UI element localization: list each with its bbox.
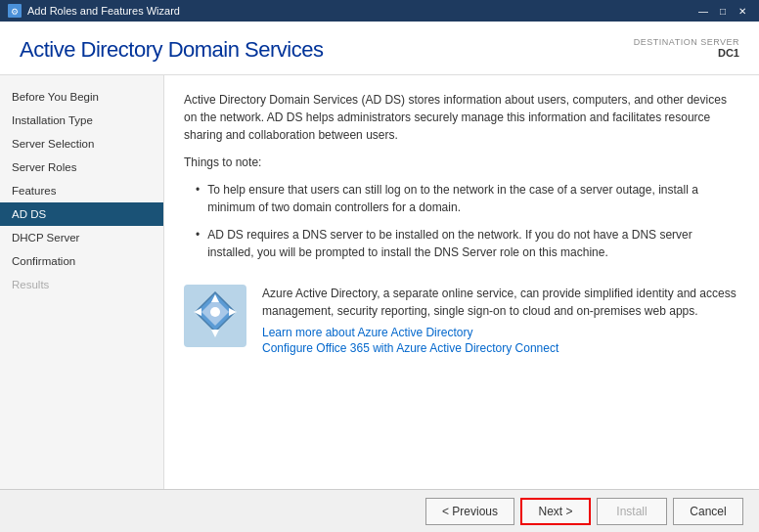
sidebar-item-before-you-begin[interactable]: Before You Begin: [0, 85, 163, 109]
window-title: Add Roles and Features Wizard: [27, 5, 180, 17]
maximize-button[interactable]: □: [714, 3, 732, 19]
app-icon: ⚙: [8, 4, 22, 18]
wizard-window: Active Directory Domain Services DESTINA…: [0, 22, 759, 532]
things-to-note-label: Things to note:: [184, 154, 739, 171]
azure-ad-section: Azure Active Directory, a separate onlin…: [184, 275, 739, 357]
list-item: AD DS requires a DNS server to be instal…: [184, 226, 739, 261]
destination-server-info: DESTINATION SERVER DC1: [634, 37, 739, 59]
azure-ad-icon: [184, 285, 246, 347]
cancel-button[interactable]: Cancel: [673, 498, 743, 525]
destination-server-label: DESTINATION SERVER: [634, 37, 739, 47]
sidebar-item-results: Results: [0, 273, 163, 296]
list-item: To help ensure that users can still log …: [184, 181, 739, 216]
next-button[interactable]: Next >: [520, 498, 591, 525]
content-area: Active Directory Domain Services (AD DS)…: [164, 75, 759, 489]
minimize-button[interactable]: —: [694, 3, 712, 19]
sidebar-item-dhcp-server[interactable]: DHCP Server: [0, 226, 163, 249]
server-name: DC1: [634, 47, 739, 59]
azure-link-1[interactable]: Learn more about Azure Active Directory: [262, 326, 739, 339]
wizard-body: Before You Begin Installation Type Serve…: [0, 75, 759, 489]
bullet-list: To help ensure that users can still log …: [184, 181, 739, 261]
page-title: Active Directory Domain Services: [20, 37, 323, 63]
previous-button[interactable]: < Previous: [425, 498, 514, 525]
sidebar-item-installation-type[interactable]: Installation Type: [0, 109, 163, 132]
svg-text:⚙: ⚙: [11, 7, 19, 17]
azure-content: Azure Active Directory, a separate onlin…: [262, 285, 739, 357]
install-button[interactable]: Install: [597, 498, 667, 525]
sidebar-item-server-roles[interactable]: Server Roles: [0, 155, 163, 179]
azure-link-2[interactable]: Configure Office 365 with Azure Active D…: [262, 341, 739, 355]
close-button[interactable]: ✕: [734, 3, 751, 19]
description-text: Active Directory Domain Services (AD DS)…: [184, 91, 739, 144]
sidebar-item-confirmation[interactable]: Confirmation: [0, 249, 163, 273]
sidebar-item-ad-ds[interactable]: AD DS: [0, 202, 163, 226]
azure-description: Azure Active Directory, a separate onlin…: [262, 285, 739, 320]
sidebar: Before You Begin Installation Type Serve…: [0, 75, 164, 489]
title-bar: ⚙ Add Roles and Features Wizard — □ ✕: [0, 0, 759, 22]
sidebar-item-features[interactable]: Features: [0, 179, 163, 202]
title-bar-controls: — □ ✕: [694, 3, 751, 19]
wizard-header: Active Directory Domain Services DESTINA…: [0, 22, 759, 75]
svg-point-9: [210, 307, 220, 317]
sidebar-item-server-selection[interactable]: Server Selection: [0, 132, 163, 155]
wizard-footer: < Previous Next > Install Cancel: [0, 489, 759, 532]
title-bar-left: ⚙ Add Roles and Features Wizard: [8, 4, 180, 18]
